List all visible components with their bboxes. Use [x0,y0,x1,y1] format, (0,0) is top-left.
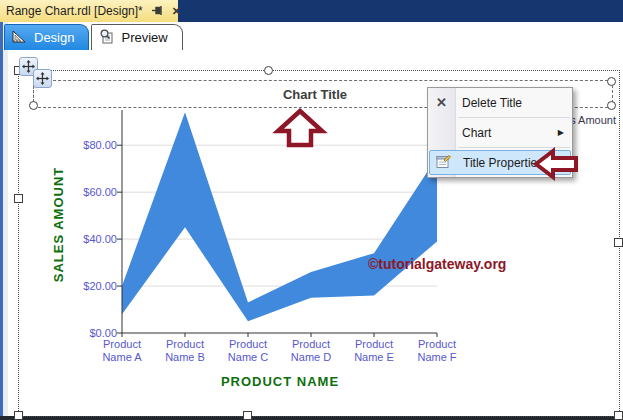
preview-magnifier-icon [99,29,115,47]
x-tick-label: ProductName A [91,338,153,364]
selection-connector [33,86,34,102]
menu-separator [458,117,570,118]
delete-icon: ✕ [428,95,455,110]
x-tick-label: ProductName C [217,338,279,364]
menu-item-title-properties[interactable]: Title Properties... [429,150,571,175]
context-menu: ✕ Delete Title Chart ▶ Title Properties.… [427,87,573,178]
x-tick-label: ProductName F [406,338,468,364]
x-tick-label: ProductName E [343,338,405,364]
watermark-text: ©tutorialgateway.org [368,256,506,272]
menu-item-label: Title Properties... [463,156,553,170]
x-axis-title: PRODUCT NAME [180,374,380,389]
selection-handle[interactable] [607,77,616,86]
menu-item-chart[interactable]: Chart ▶ [428,120,572,145]
resize-handle[interactable] [614,238,623,247]
y-tick-label: $20.00 [83,280,117,292]
y-tick-label: $40.00 [83,233,117,245]
resize-handle[interactable] [14,194,23,203]
y-tick-label: $60.00 [83,186,117,198]
resize-handle[interactable] [243,411,252,420]
properties-icon [430,154,457,172]
report-designer-window: Range Chart.rdl [Design]* ✕ Design Previ… [0,0,623,420]
tab-design[interactable]: Design [4,24,89,50]
y-axis-title: SALES AMOUNT [51,137,66,313]
menu-item-label: Delete Title [462,96,522,110]
menu-separator [458,147,570,148]
resize-handle[interactable] [614,411,623,420]
y-tick-label: $80.00 [83,139,117,151]
x-tick-label: ProductName B [154,338,216,364]
tab-preview[interactable]: Preview [91,24,182,50]
design-ruler-icon [12,29,28,46]
menu-item-label: Chart [462,126,491,140]
tab-design-label: Design [34,30,74,45]
tab-preview-label: Preview [121,30,167,45]
selection-handle[interactable] [29,101,38,110]
x-tick-label: ProductName D [280,338,342,364]
resize-handle[interactable] [14,411,23,420]
menu-item-delete-title[interactable]: ✕ Delete Title [428,90,572,115]
submenu-arrow-icon: ▶ [558,128,564,137]
selection-handle[interactable] [264,66,273,75]
view-tab-strip: Design Preview [4,24,183,50]
selection-handle[interactable] [607,101,616,110]
move-handle-icon[interactable] [33,69,52,88]
